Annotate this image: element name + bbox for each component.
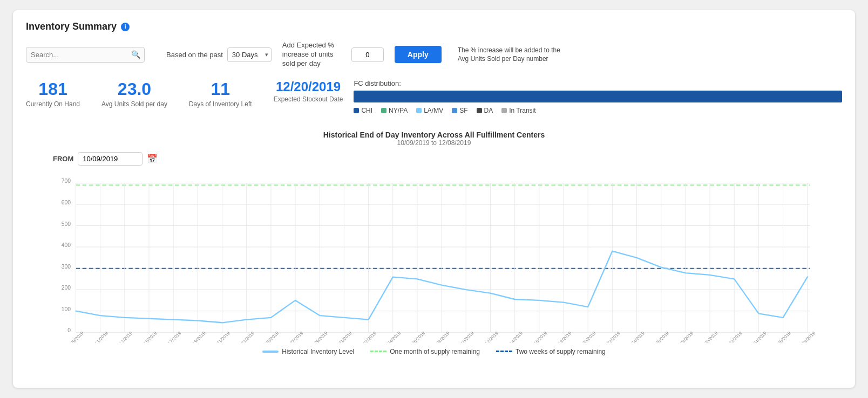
sf-color-dot: [452, 108, 457, 113]
based-on-section: Based on the past 30 Days 7 Days 14 Days…: [166, 47, 272, 62]
svg-text:11/28/2019: 11/28/2019: [674, 330, 694, 342]
svg-text:400: 400: [62, 242, 71, 248]
svg-text:11/10/2019: 11/10/2019: [455, 330, 475, 342]
lamv-color-dot: [416, 108, 422, 113]
svg-text:12/08/2019: 12/08/2019: [796, 330, 816, 342]
days-dropdown[interactable]: 30 Days 7 Days 14 Days 60 Days 90 Days: [227, 47, 272, 62]
svg-text:11/16/2019: 11/16/2019: [528, 330, 548, 342]
metric-avg-units: 23.0 Avg Units Sold per day: [101, 79, 167, 108]
metric-label-on-hand: Currently On Hand: [26, 100, 80, 108]
historical-line-icon: [262, 351, 279, 353]
two-weeks-legend-label: Two weeks of supply remaining: [516, 348, 606, 355]
svg-text:10/21/2019: 10/21/2019: [211, 330, 231, 342]
legend-historical: Historical Inventory Level: [262, 348, 354, 355]
search-input[interactable]: [26, 47, 145, 63]
svg-text:300: 300: [62, 263, 71, 269]
svg-text:10/19/2019: 10/19/2019: [187, 330, 207, 342]
legend-item-nypa: NY/PA: [381, 107, 408, 114]
page-title: Inventory Summary: [26, 21, 117, 32]
metric-stockout-date: 12/20/2019 Expected Stockout Date: [274, 79, 343, 108]
nypa-label: NY/PA: [389, 107, 408, 114]
metric-value-days-left: 11: [189, 79, 252, 99]
svg-text:11/14/2019: 11/14/2019: [504, 330, 524, 342]
header-row: Inventory Summary i: [26, 21, 842, 32]
from-label: FROM: [53, 155, 73, 163]
chart-date-row: FROM 📅: [53, 152, 842, 166]
svg-text:700: 700: [62, 178, 71, 184]
chart-svg: 0 100 200 300 400 500 600 700: [26, 170, 842, 342]
svg-text:11/02/2019: 11/02/2019: [357, 330, 377, 342]
da-label: DA: [484, 107, 493, 114]
metric-on-hand: 181 Currently On Hand: [26, 79, 80, 108]
percent-input[interactable]: [351, 47, 384, 62]
from-date-input[interactable]: [78, 152, 143, 166]
fc-bar: [354, 91, 842, 102]
metrics-fc-section: 181 Currently On Hand 23.0 Avg Units Sol…: [26, 79, 842, 118]
svg-text:10/25/2019: 10/25/2019: [260, 330, 280, 342]
legend-item-in-transit: In Transit: [501, 107, 535, 114]
svg-text:600: 600: [62, 200, 71, 205]
metric-label-stockout-date: Expected Stockout Date: [274, 95, 343, 103]
svg-text:12/02/2019: 12/02/2019: [723, 330, 743, 342]
expected-increase-label: Add Expected % increase of units sold pe…: [282, 41, 347, 68]
lamv-label: LA/MV: [424, 107, 443, 114]
chart-area: 0 100 200 300 400 500 600 700: [26, 170, 842, 342]
fc-distribution-section: FC distribution: CHI NY/PA LA/MV SF: [354, 79, 842, 114]
apply-button[interactable]: Apply: [395, 46, 442, 63]
inventory-summary-card: Inventory Summary i 🔍 Based on the past …: [13, 10, 855, 388]
metric-label-avg-units: Avg Units Sold per day: [101, 100, 167, 108]
metrics-row: 181 Currently On Hand 23.0 Avg Units Sol…: [26, 79, 343, 108]
in-transit-color-dot: [501, 108, 507, 113]
legend-item-da: DA: [477, 107, 493, 114]
metric-days-left: 11 Days of Inventory Left: [189, 79, 252, 108]
legend-one-month: One month of supply remaining: [370, 348, 480, 355]
svg-text:11/22/2019: 11/22/2019: [601, 330, 621, 342]
svg-text:10/31/2019: 10/31/2019: [333, 330, 353, 342]
svg-text:10/13/2019: 10/13/2019: [113, 330, 133, 342]
controls-row: 🔍 Based on the past 30 Days 7 Days 14 Da…: [26, 41, 842, 68]
nypa-color-dot: [381, 108, 386, 113]
svg-text:10/11/2019: 10/11/2019: [89, 330, 109, 342]
svg-text:200: 200: [62, 285, 71, 291]
note-text: The % increase will be added to the Avg …: [458, 46, 566, 64]
info-icon[interactable]: i: [121, 23, 130, 31]
two-weeks-line-icon: [496, 351, 512, 352]
metric-value-avg-units: 23.0: [101, 79, 167, 99]
expected-increase-section: Add Expected % increase of units sold pe…: [282, 41, 384, 68]
chi-color-dot: [354, 108, 359, 113]
fc-legend: CHI NY/PA LA/MV SF DA: [354, 107, 842, 114]
da-color-dot: [477, 108, 482, 113]
chart-section: Historical End of Day Inventory Across A…: [26, 131, 842, 355]
legend-two-weeks: Two weeks of supply remaining: [496, 348, 606, 355]
in-transit-label: In Transit: [509, 107, 535, 114]
fc-distribution-label: FC distribution:: [354, 79, 842, 87]
legend-item-sf: SF: [452, 107, 467, 114]
sf-label: SF: [459, 107, 467, 114]
svg-text:11/12/2019: 11/12/2019: [479, 330, 499, 342]
based-on-label: Based on the past: [166, 51, 223, 59]
svg-text:0: 0: [67, 327, 71, 333]
days-dropdown-wrapper: 30 Days 7 Days 14 Days 60 Days 90 Days: [227, 47, 272, 62]
svg-text:11/26/2019: 11/26/2019: [650, 330, 670, 342]
chart-title: Historical End of Day Inventory Across A…: [26, 131, 842, 139]
one-month-line-icon: [370, 351, 386, 352]
svg-text:11/06/2019: 11/06/2019: [406, 330, 426, 342]
svg-text:100: 100: [62, 306, 71, 312]
historical-legend-label: Historical Inventory Level: [282, 348, 354, 355]
svg-text:10/29/2019: 10/29/2019: [309, 330, 329, 342]
chart-subtitle: 10/09/2019 to 12/08/2019: [26, 139, 842, 147]
metric-label-days-left: Days of Inventory Left: [189, 100, 252, 108]
svg-text:11/30/2019: 11/30/2019: [699, 330, 718, 342]
search-icon[interactable]: 🔍: [131, 50, 140, 59]
legend-item-chi: CHI: [354, 107, 372, 114]
svg-text:11/18/2019: 11/18/2019: [552, 330, 572, 342]
svg-text:11/20/2019: 11/20/2019: [577, 330, 597, 342]
svg-text:11/04/2019: 11/04/2019: [382, 330, 402, 342]
svg-text:10/23/2019: 10/23/2019: [235, 330, 255, 342]
calendar-icon[interactable]: 📅: [147, 154, 158, 164]
svg-text:10/17/2019: 10/17/2019: [162, 330, 182, 342]
svg-text:12/06/2019: 12/06/2019: [772, 330, 792, 342]
svg-text:11/24/2019: 11/24/2019: [626, 330, 646, 342]
one-month-legend-label: One month of supply remaining: [390, 348, 480, 355]
chi-label: CHI: [361, 107, 372, 114]
